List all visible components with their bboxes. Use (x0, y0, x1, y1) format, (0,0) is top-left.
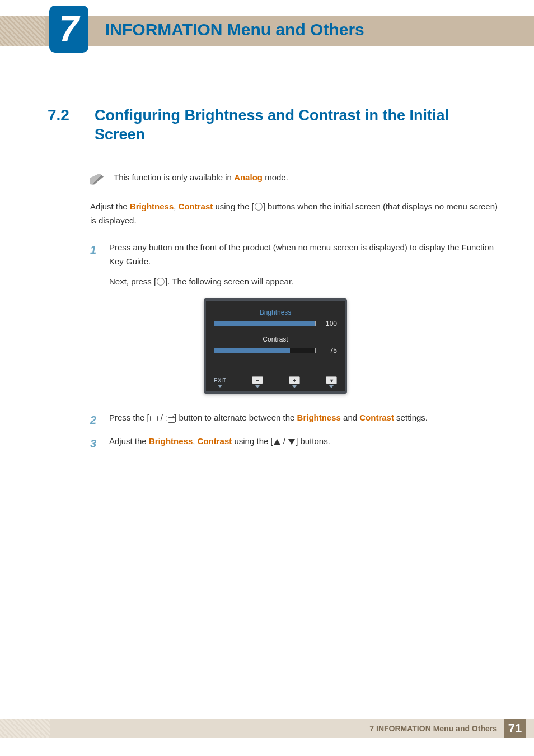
step-body: Adjust the Brightness, Contrast using th… (109, 434, 503, 453)
down-key-icon: ▾ (326, 376, 337, 384)
up-triangle-icon (274, 439, 280, 445)
down-arrow-icon (255, 385, 260, 388)
plus-key-icon: + (289, 376, 300, 384)
minus-key-icon: − (252, 376, 263, 384)
osd-contrast-label: Contrast (214, 335, 337, 343)
footer-text: 7 INFORMATION Menu and Others (369, 724, 497, 733)
footer-band: 7 INFORMATION Menu and Others 71 (0, 719, 534, 738)
brightness-fill (214, 321, 315, 326)
osd-brightness-label: Brightness (214, 309, 337, 316)
section-heading: 7.2 Configuring Brightness and Contrast … (48, 106, 503, 144)
step-1: 1 Press any button on the front of the p… (90, 240, 503, 289)
note-icon (90, 174, 104, 185)
source-icon-1 (150, 416, 158, 421)
highlight-analog: Analog (234, 172, 263, 182)
down-arrow-icon (218, 385, 222, 388)
content-area: 7.2 Configuring Brightness and Contrast … (48, 106, 503, 458)
chapter-number: 7 (59, 8, 79, 50)
step-body: Press any button on the front of the pro… (109, 240, 503, 289)
contrast-fill (214, 348, 290, 353)
intro-paragraph: Adjust the Brightness, Contrast using th… (90, 199, 503, 228)
contrast-bar (214, 348, 316, 353)
sun-icon (255, 203, 263, 211)
header-hatch (0, 16, 45, 46)
step-number: 2 (90, 410, 98, 430)
contrast-value: 75 (321, 347, 337, 354)
note: This function is only available in Analo… (90, 172, 503, 185)
step-2: 2 Press the [ / ] button to alternate be… (90, 410, 503, 430)
step-body: Press the [ / ] button to alternate betw… (109, 410, 503, 430)
osd-figure: Brightness 100 Contrast 75 EXIT − + ▾ (204, 298, 347, 394)
chapter-badge: 7 (49, 6, 88, 53)
brightness-value: 100 (321, 320, 337, 328)
chapter-title: INFORMATION Menu and Others (105, 20, 364, 39)
step-number: 3 (90, 434, 98, 453)
section-title: Configuring Brightness and Contrast in t… (95, 106, 503, 144)
down-arrow-icon (329, 385, 334, 388)
osd-exit: EXIT (214, 377, 226, 384)
footer-hatch (0, 719, 50, 738)
down-triangle-icon (288, 439, 295, 445)
note-text: This function is only available in Analo… (114, 172, 288, 182)
osd-contrast-row: 75 (214, 347, 337, 354)
sun-icon (157, 278, 165, 286)
down-arrow-icon (292, 385, 297, 388)
osd-bottom: EXIT − + ▾ (214, 376, 337, 388)
brightness-bar (214, 321, 316, 326)
section-number: 7.2 (48, 106, 81, 124)
footer-page-number: 71 (504, 719, 526, 738)
osd-brightness-row: 100 (214, 320, 337, 328)
step-3: 3 Adjust the Brightness, Contrast using … (90, 434, 503, 453)
step-number: 1 (90, 240, 98, 289)
source-icon-2 (166, 416, 174, 421)
